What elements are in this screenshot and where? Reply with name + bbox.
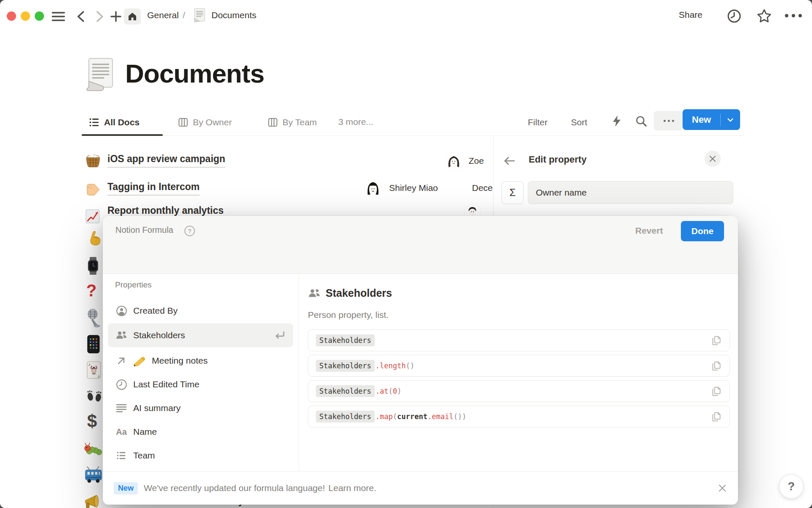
property-item-name[interactable]: Aa Name <box>108 421 293 443</box>
property-name-input[interactable]: Owner name <box>528 181 733 204</box>
banner-message: We've recently updated our formula langu… <box>144 483 325 493</box>
formula-example-row[interactable]: Stakeholders.map(current.email()) <box>308 406 730 428</box>
microphone-emoji[interactable] <box>85 308 102 328</box>
page-icon-document-emoji[interactable] <box>85 57 116 91</box>
filter-button[interactable]: Filter <box>528 117 548 127</box>
property-item-meeting-notes[interactable]: Meeting notes <box>108 350 293 372</box>
doc-row-title[interactable]: Tagging in Intercom <box>107 181 200 196</box>
property-item-last-edited-time[interactable]: Last Edited Time <box>108 373 293 395</box>
favorite-star-icon[interactable] <box>756 8 772 24</box>
copy-icon[interactable] <box>711 360 722 371</box>
date-cell: Dece <box>472 183 493 193</box>
list-icon <box>115 450 127 461</box>
property-item-team[interactable]: Team <box>108 444 293 467</box>
back-icon[interactable] <box>75 10 86 23</box>
tab-by-team[interactable]: By Team <box>267 117 317 128</box>
copy-icon[interactable] <box>711 386 722 397</box>
share-button[interactable]: Share <box>679 10 702 20</box>
breadcrumb-page[interactable]: Documents <box>211 10 256 20</box>
detail-header: Stakeholders <box>308 287 392 299</box>
sidebar-toggle-icon[interactable] <box>52 11 65 22</box>
svg-text:?: ? <box>188 228 192 235</box>
done-button-label: Done <box>691 226 714 236</box>
help-circle-icon[interactable]: ? <box>184 225 195 237</box>
panel-back-icon[interactable] <box>503 155 516 167</box>
new-dropdown-chevron-icon[interactable] <box>721 115 740 124</box>
formula-example-row[interactable]: Stakeholders.length() <box>308 355 730 377</box>
new-badge: New <box>114 482 138 494</box>
banner-close-icon[interactable] <box>718 483 727 493</box>
property-type-sigma-button[interactable]: Σ <box>502 181 524 204</box>
detail-subtitle: Person property, list. <box>308 310 389 320</box>
person-name: Shirley Miao <box>389 183 438 193</box>
tabs-divider <box>82 135 745 136</box>
people-icon <box>308 288 321 299</box>
tab-all-docs[interactable]: All Docs <box>89 117 140 128</box>
chart-emoji[interactable] <box>84 207 102 225</box>
new-tab-plus-icon[interactable] <box>110 11 122 22</box>
formula-example-row[interactable]: Stakeholders.at(0) <box>308 380 730 402</box>
notion-window: General / Documents Share Documents All … <box>0 0 812 508</box>
zoom-window-button[interactable] <box>35 11 44 21</box>
formula-code: Stakeholders.map(current.email()) <box>316 411 711 422</box>
revert-button[interactable]: Revert <box>635 226 663 236</box>
document-emoji <box>193 8 206 23</box>
breadcrumb-root[interactable]: General <box>147 10 179 20</box>
sigma-icon: Σ <box>510 187 516 199</box>
home-icon <box>127 11 137 22</box>
megaphone-emoji[interactable] <box>84 493 103 508</box>
trolleybus-emoji[interactable] <box>84 466 103 484</box>
tab-label: By Team <box>283 117 317 127</box>
active-tab-underline <box>82 134 163 136</box>
basket-emoji[interactable] <box>84 151 102 169</box>
notion-formula-modal: Notion Formula ? Revert Done Properties … <box>103 216 738 505</box>
formula-update-banner: New We've recently updated our formula l… <box>103 471 738 505</box>
formula-example-row[interactable]: Stakeholders <box>308 329 730 351</box>
tab-label: 3 more... <box>338 117 373 127</box>
home-button[interactable] <box>124 8 141 25</box>
caterpillar-emoji[interactable] <box>84 439 103 458</box>
forward-icon[interactable] <box>94 10 105 23</box>
new-button[interactable]: New <box>683 114 720 125</box>
phone-emoji[interactable] <box>85 334 102 354</box>
tab-more[interactable]: 3 more... <box>338 117 373 127</box>
automation-bolt-icon[interactable] <box>610 114 623 128</box>
copy-icon[interactable] <box>711 335 722 346</box>
search-icon[interactable] <box>634 114 648 128</box>
svg-text:J: J <box>98 375 99 378</box>
view-options-button[interactable] <box>654 111 683 130</box>
joker-card-emoji[interactable]: JJ <box>86 361 102 379</box>
writing-hand-emoji <box>133 355 146 366</box>
modal-columns-divider <box>299 273 299 471</box>
formula-modal-header: Notion Formula ? Revert Done <box>103 216 738 274</box>
doc-row-title[interactable]: iOS app review campaign <box>107 153 225 168</box>
breadcrumb-separator: / <box>183 10 185 20</box>
dollar-emoji[interactable]: $ <box>87 412 97 430</box>
text-lines-icon <box>115 403 127 413</box>
footprints-emoji[interactable] <box>85 387 103 405</box>
property-item-label: Last Edited Time <box>133 379 199 389</box>
property-item-created-by[interactable]: Created By <box>108 300 293 322</box>
tag-emoji[interactable] <box>84 181 102 198</box>
minimize-window-button[interactable] <box>21 11 30 21</box>
muscle-emoji[interactable] <box>84 229 102 248</box>
learn-more-link[interactable]: Learn more. <box>329 483 376 493</box>
property-item-label: Name <box>133 427 157 437</box>
updates-clock-icon[interactable] <box>727 8 742 24</box>
people-icon <box>115 330 127 340</box>
question-emoji[interactable]: ? <box>86 282 96 299</box>
tab-by-owner[interactable]: By Owner <box>178 117 232 128</box>
more-options-icon[interactable] <box>785 14 802 17</box>
property-item-ai-summary[interactable]: AI summary <box>108 397 293 419</box>
sort-button[interactable]: Sort <box>571 117 587 127</box>
panel-close-icon[interactable] <box>705 151 721 167</box>
page-title[interactable]: Documents <box>125 58 264 88</box>
watch-emoji[interactable] <box>85 257 102 275</box>
done-button[interactable]: Done <box>681 221 724 241</box>
close-window-button[interactable] <box>7 11 16 21</box>
property-item-stakeholders[interactable]: Stakeholders <box>108 323 293 347</box>
list-icon <box>89 117 100 128</box>
formula-code: Stakeholders <box>316 334 711 346</box>
copy-icon[interactable] <box>711 411 722 422</box>
help-button[interactable]: ? <box>779 474 804 499</box>
